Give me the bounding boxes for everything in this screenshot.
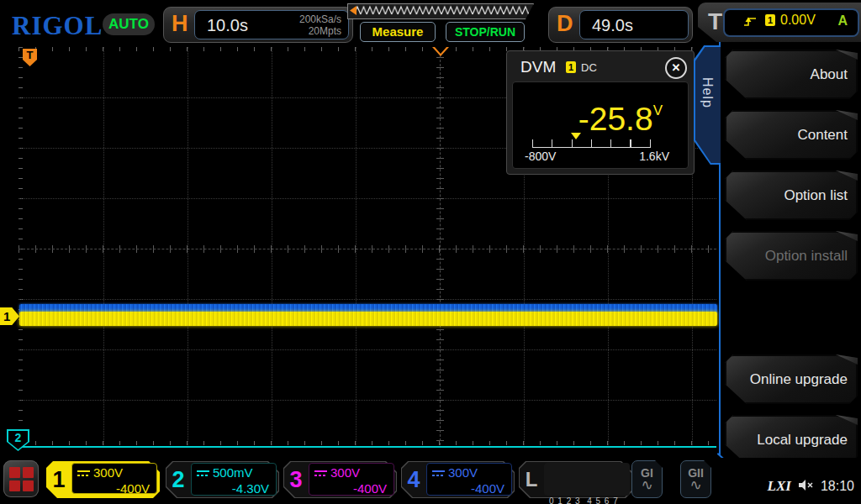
generator-1-button[interactable]: GI ∿ [631, 460, 663, 498]
dvm-scale-pointer-icon [571, 133, 581, 139]
menu-button-about[interactable]: About [725, 50, 858, 99]
top-status-bar: RIGOL AUTO H 10.0s 200kSa/s 20Mpts Measu… [0, 0, 861, 47]
dvm-value: -25.8V [513, 94, 663, 136]
dc-coupling-icon [197, 470, 209, 477]
dvm-scale-max: 1.6kV [639, 150, 669, 163]
gridline-h [18, 198, 716, 199]
rigol-logo: RIGOL [12, 11, 103, 41]
memory-waveform-strip[interactable] [347, 3, 534, 19]
help-tab-label: Help [700, 77, 715, 108]
sample-rate-readout: 200kSa/s 20Mpts [299, 13, 341, 37]
trigger-label: T [708, 8, 722, 35]
trigger-source-badge: 1 [765, 14, 775, 26]
channel-2-number: 2 [166, 461, 191, 498]
dvm-coupling-mode: DC [581, 61, 597, 74]
channel-1-number: 1 [46, 461, 71, 498]
channel-4-number: 4 [401, 461, 426, 498]
dc-coupling-icon [432, 470, 445, 477]
logic-label: L [519, 461, 544, 498]
delay-value: 49.0s [592, 16, 633, 35]
speaker-muted-icon[interactable] [798, 479, 814, 495]
grid-dot [23, 467, 34, 478]
status-tray: LXI 18:10 [768, 478, 854, 495]
delay-readout: 49.0s [579, 10, 689, 39]
channel-2-status[interactable]: 2 500mV -4.30V [166, 461, 279, 498]
channel-1-readout: 300V -400V [71, 463, 157, 494]
close-icon[interactable]: ✕ [665, 57, 687, 79]
ch2-trace [21, 446, 716, 448]
channel-4-readout: 300V -400V [426, 463, 512, 496]
clock: 18:10 [821, 479, 854, 494]
gridline-h [18, 400, 716, 401]
dc-coupling-icon [77, 470, 90, 477]
dvm-popup: DVM 1 DC ✕ -25.8V -800V 1.6kV [506, 50, 695, 175]
rising-edge-icon [743, 15, 758, 31]
sine-wave-icon: ∿ [632, 480, 662, 491]
sine-wave-icon: ∿ [681, 480, 710, 491]
channel-3-number: 3 [283, 461, 309, 498]
center-horizontal-axis [18, 249, 716, 249]
acquire-status-badge: AUTO [103, 13, 155, 35]
menu-grid-button[interactable] [3, 460, 39, 497]
horizontal-timebase-block[interactable]: H 10.0s 200kSa/s 20Mpts [163, 7, 353, 43]
channel-3-status[interactable]: 3 300V -400V [283, 461, 397, 498]
dvm-channel-badge: 1 [566, 61, 576, 73]
measure-button[interactable]: Measure [360, 22, 436, 42]
channel-3-readout: 300V -400V [309, 463, 394, 496]
bottom-channel-bar: 1 300V -400V 2 500mV -4.30V 3 300V -400V… [0, 458, 861, 504]
menu-button-content[interactable]: Content [725, 110, 858, 160]
delay-block[interactable]: D 49.0s [548, 7, 693, 43]
generator-2-button[interactable]: GII ∿ [680, 460, 711, 498]
delay-label: D [557, 11, 573, 37]
trigger-mode: A [837, 13, 848, 29]
logic-channels-status[interactable]: L 0 1 2 3 4 5 6 7 8 9 1011 12131415 [519, 461, 632, 498]
grid-dot [23, 480, 34, 491]
channel-1-status[interactable]: 1 300V -400V [46, 461, 160, 498]
trigger-block[interactable]: T 1 0.00V A [698, 3, 861, 42]
ch2-offset-marker[interactable]: 2 [7, 429, 29, 451]
dvm-scale-min: -800V [525, 150, 556, 163]
trigger-position-marker[interactable] [432, 47, 449, 56]
ch1-offset-marker[interactable]: 1 [0, 307, 19, 325]
trigger-level-value: 0.00V [780, 13, 816, 28]
memory-waveform-zigzag [348, 4, 531, 17]
timebase-value: 10.0s [207, 16, 248, 35]
dvm-unit: V [653, 102, 663, 118]
channel-4-status[interactable]: 4 300V -400V [401, 461, 515, 498]
trigger-readout: 1 0.00V A [723, 8, 859, 37]
menu-button-online-upgrade[interactable]: Online upgrade [725, 354, 858, 404]
stop-run-button[interactable]: STOP/RUN [446, 22, 525, 42]
horizontal-label: H [172, 11, 188, 37]
dvm-title: DVM [520, 58, 556, 76]
lxi-indicator: LXI [768, 478, 791, 495]
bottom-ruler [18, 441, 716, 445]
menu-button-option-list[interactable]: Option list [725, 171, 858, 220]
ch1-trace [19, 312, 717, 326]
gridline-h [18, 299, 716, 300]
gridline-h [18, 349, 716, 350]
channel-2-readout: 500mV -4.30V [191, 463, 277, 496]
grid-dot [9, 467, 20, 478]
logic-readout: 0 1 2 3 4 5 6 7 8 9 1011 12131415 [544, 463, 630, 496]
grid-dot [9, 480, 20, 491]
dc-coupling-icon [314, 470, 327, 477]
memory-trigger-arrow-icon [350, 6, 357, 15]
dvm-scale-bar [532, 139, 651, 148]
dvm-display: -25.8V -800V 1.6kV [512, 81, 689, 169]
timebase-readout: 10.0s 200kSa/s 20Mpts [194, 10, 349, 39]
menu-button-option-install: Option install [725, 231, 858, 281]
